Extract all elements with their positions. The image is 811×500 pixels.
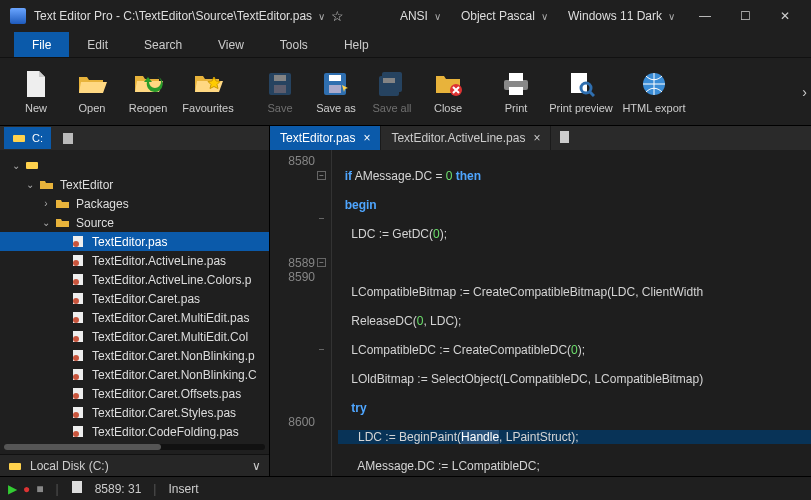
pas-file-icon: [70, 273, 86, 287]
title-dropdown[interactable]: ∨: [318, 11, 325, 22]
theme-combo[interactable]: Windows 11 Dark∨: [558, 9, 685, 23]
tree-folder-source[interactable]: ⌄Source: [0, 213, 269, 232]
cursor-position: 8589: 31: [95, 482, 142, 496]
language-combo[interactable]: Object Pascal∨: [451, 9, 558, 23]
html-export-icon: [639, 70, 669, 98]
close-button[interactable]: ✕: [765, 2, 805, 30]
tree-file[interactable]: TextEditor.ActiveLine.Colors.p: [0, 270, 269, 289]
svg-point-30: [73, 336, 79, 342]
reopen-icon: [133, 70, 163, 98]
tree-file[interactable]: TextEditor.Caret.NonBlinking.C: [0, 365, 269, 384]
tree-file[interactable]: TextEditor.pas: [0, 232, 269, 251]
file-tree[interactable]: ⌄ ⌄TextEditor ›Packages ⌄Source TextEdit…: [0, 150, 269, 444]
pas-file-icon: [70, 292, 86, 306]
close-file-button[interactable]: Close: [420, 70, 476, 114]
svg-point-32: [73, 355, 79, 361]
tree-file[interactable]: TextEditor.CodeFolding.pas: [0, 422, 269, 441]
svg-rect-41: [9, 463, 21, 470]
tree-file[interactable]: TextEditor.Caret.MultiEdit.Col: [0, 327, 269, 346]
editor-tab-0[interactable]: TextEditor.pas×: [270, 126, 381, 150]
code-body[interactable]: if AMessage.DC = 0 then begin LDC := Get…: [332, 150, 811, 476]
drive-icon: [12, 132, 26, 144]
menu-search[interactable]: Search: [126, 32, 200, 57]
maximize-button[interactable]: ☐: [725, 2, 765, 30]
svg-rect-16: [13, 135, 25, 142]
tree-folder-packages[interactable]: ›Packages: [0, 194, 269, 213]
pas-file-icon: [70, 235, 86, 249]
menu-file[interactable]: File: [14, 32, 69, 57]
menu-edit[interactable]: Edit: [69, 32, 126, 57]
sidebar-tab-other[interactable]: [53, 127, 83, 149]
svg-point-34: [73, 374, 79, 380]
pas-file-icon: [70, 254, 86, 268]
menu-view[interactable]: View: [200, 32, 262, 57]
pas-file-icon: [70, 311, 86, 325]
open-button[interactable]: Open: [64, 70, 120, 114]
saveas-icon: [321, 70, 351, 98]
html-export-button[interactable]: HTML export: [618, 70, 690, 114]
favourites-button[interactable]: Favourites: [176, 70, 240, 114]
close-folder-icon: [433, 70, 463, 98]
status-bar: ▶●■ | 8589: 31 | Insert: [0, 476, 811, 500]
saveall-button[interactable]: Save all: [364, 70, 420, 114]
menu-bar: File Edit Search View Tools Help: [0, 32, 811, 58]
svg-rect-17: [63, 133, 73, 144]
tree-drive-root[interactable]: ⌄: [0, 156, 269, 175]
save-button[interactable]: Save: [252, 70, 308, 114]
menu-help[interactable]: Help: [326, 32, 387, 57]
favourites-icon: [193, 70, 223, 98]
tree-file[interactable]: TextEditor.Caret.MultiEdit.pas: [0, 308, 269, 327]
tab-close-icon[interactable]: ×: [533, 131, 540, 145]
favourite-star-icon[interactable]: ☆: [331, 8, 344, 24]
svg-point-20: [73, 241, 79, 247]
pas-file-icon: [70, 330, 86, 344]
drive-icon: [8, 460, 22, 472]
sidebar-scrollbar[interactable]: [4, 444, 265, 450]
svg-rect-4: [329, 75, 341, 81]
reopen-button[interactable]: Reopen: [120, 70, 176, 114]
encoding-combo[interactable]: ANSI∨: [390, 9, 451, 23]
tab-close-icon[interactable]: ×: [363, 131, 370, 145]
menu-tools[interactable]: Tools: [262, 32, 326, 57]
svg-rect-8: [383, 78, 395, 83]
app-logo-icon: [10, 8, 26, 24]
drive-combo[interactable]: Local Disk (C:)∨: [0, 454, 269, 476]
tree-folder-texteditor[interactable]: ⌄TextEditor: [0, 175, 269, 194]
tree-file[interactable]: TextEditor.ActiveLine.pas: [0, 251, 269, 270]
title-bar: Text Editor Pro - C:\TextEditor\Source\T…: [0, 0, 811, 32]
svg-point-38: [73, 412, 79, 418]
sidebar-tab-drive-c[interactable]: C:: [4, 127, 51, 149]
toolbar-overflow-icon[interactable]: ›: [802, 84, 807, 100]
print-button[interactable]: Print: [488, 70, 544, 114]
tree-file[interactable]: TextEditor.Caret.pas: [0, 289, 269, 308]
saveall-icon: [377, 70, 407, 98]
editor-tab-1[interactable]: TextEditor.ActiveLine.pas×: [381, 126, 551, 150]
svg-point-26: [73, 298, 79, 304]
fold-icon[interactable]: −: [317, 171, 326, 180]
svg-point-28: [73, 317, 79, 323]
svg-rect-12: [509, 87, 523, 95]
print-preview-icon: [566, 70, 596, 98]
new-button[interactable]: New: [8, 70, 64, 114]
doc-tab-icon: [61, 132, 75, 144]
svg-point-24: [73, 279, 79, 285]
tree-file[interactable]: TextEditor.Caret.Offsets.pas: [0, 384, 269, 403]
editor-tabs: TextEditor.pas× TextEditor.ActiveLine.pa…: [270, 126, 811, 150]
print-icon: [501, 70, 531, 98]
code-editor[interactable]: 8580 − 8589− 8590 8600 if AMessage.DC = …: [270, 150, 811, 476]
pas-file-icon: [70, 406, 86, 420]
svg-rect-11: [509, 73, 523, 81]
fold-icon[interactable]: −: [317, 258, 326, 267]
save-icon: [265, 70, 295, 98]
tree-file[interactable]: TextEditor.Caret.NonBlinking.p: [0, 346, 269, 365]
print-preview-button[interactable]: Print preview: [544, 70, 618, 114]
pas-file-icon: [70, 368, 86, 382]
tree-file[interactable]: TextEditor.Caret.Styles.pas: [0, 403, 269, 422]
pas-file-icon: [70, 349, 86, 363]
macro-controls[interactable]: ▶●■: [8, 482, 44, 496]
svg-point-22: [73, 260, 79, 266]
new-tab-button[interactable]: [551, 130, 579, 147]
minimize-button[interactable]: —: [685, 2, 725, 30]
saveas-button[interactable]: Save as: [308, 70, 364, 114]
gutter[interactable]: 8580 − 8589− 8590 8600: [270, 150, 332, 476]
